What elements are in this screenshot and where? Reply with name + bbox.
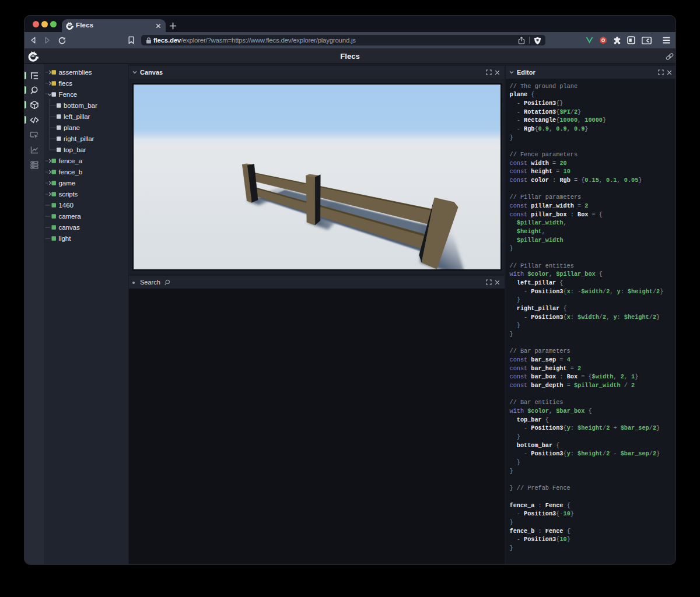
svg-text:flecs: flecs (59, 79, 73, 87)
svg-text:fence_a: fence_a (59, 157, 83, 164)
svg-text:fence_b: fence_b (59, 168, 83, 175)
svg-text:assemblies: assemblies (59, 68, 92, 76)
svg-text:top_bar: top_bar (64, 146, 86, 153)
svg-text:light: light (59, 234, 72, 242)
svg-text:left_pillar: left_pillar (64, 113, 90, 120)
svg-text:game: game (59, 179, 76, 187)
svg-text:plane: plane (64, 124, 80, 131)
svg-text:bottom_bar: bottom_bar (64, 101, 97, 109)
svg-text:1460: 1460 (59, 201, 74, 209)
svg-text:scripts: scripts (59, 190, 78, 198)
svg-text:right_pillar: right_pillar (64, 135, 94, 142)
svg-text:Fence: Fence (59, 90, 78, 98)
svg-text:camera: camera (59, 212, 82, 220)
svg-text:canvas: canvas (59, 223, 80, 231)
